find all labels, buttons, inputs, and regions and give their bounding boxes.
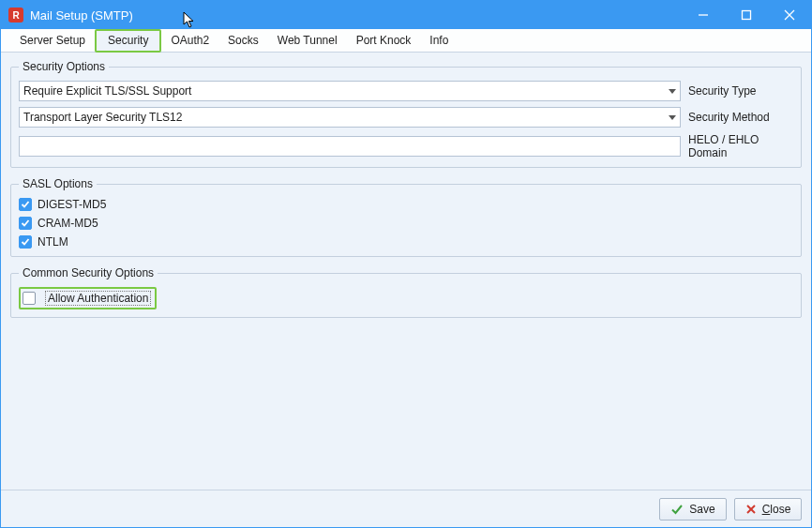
security-method-label: Security Method [681, 111, 793, 124]
checkbox-label: Allow Authentication [48, 292, 148, 305]
window-title: Mail Setup (SMTP) [30, 8, 133, 23]
svg-rect-1 [743, 11, 751, 20]
security-method-select[interactable]: Transport Layer Security TLS12 [19, 107, 681, 128]
window: R Mail Setup (SMTP) Server Setup Securit… [0, 0, 812, 528]
focus-rect: Allow Authentication [45, 291, 151, 306]
security-method-value: Transport Layer Security TLS12 [23, 111, 182, 124]
checkbox-cram-md5[interactable] [19, 217, 32, 230]
helo-domain-input[interactable] [19, 136, 681, 157]
checkbox-label: DIGEST-MD5 [38, 198, 106, 211]
checkbox-label: NTLM [38, 235, 68, 249]
checkbox-allow-authentication[interactable] [23, 292, 36, 305]
button-label: Close [762, 503, 791, 516]
check-icon [21, 219, 30, 228]
checkbox-ntlm[interactable] [19, 235, 32, 249]
check-icon [21, 237, 30, 247]
group-common-security-options: Common Security Options Allow Authentica… [10, 266, 802, 318]
minimize-button[interactable] [682, 1, 725, 29]
close-button[interactable]: Close [734, 498, 802, 520]
group-security-options: Security Options Require Explicit TLS/SS… [10, 60, 802, 168]
tab-bar: Server Setup Security OAuth2 Socks Web T… [1, 29, 811, 53]
chevron-down-icon [669, 89, 676, 94]
tab-server-setup[interactable]: Server Setup [10, 30, 95, 52]
group-legend: Common Security Options [19, 266, 158, 279]
save-button[interactable]: Save [659, 498, 727, 520]
group-legend: Security Options [19, 60, 109, 73]
tab-oauth2[interactable]: OAuth2 [161, 30, 218, 52]
close-icon [745, 504, 757, 515]
group-sasl-options: SASL Options DIGEST-MD5 CRAM-MD5 NTLM [10, 177, 802, 257]
tab-web-tunnel[interactable]: Web Tunnel [268, 30, 347, 52]
tab-socks[interactable]: Socks [218, 30, 268, 52]
chevron-down-icon [669, 115, 676, 120]
button-label: Save [689, 503, 714, 516]
check-icon [21, 200, 30, 209]
security-type-select[interactable]: Require Explicit TLS/SSL Support [19, 81, 681, 101]
tab-content: Security Options Require Explicit TLS/SS… [1, 53, 811, 490]
checkbox-digest-md5[interactable] [19, 198, 32, 211]
close-window-button[interactable] [768, 1, 811, 29]
titlebar: R Mail Setup (SMTP) [1, 1, 811, 29]
tab-security[interactable]: Security [95, 29, 161, 53]
checkbox-label: CRAM-MD5 [38, 217, 98, 230]
highlight-allow-authentication: Allow Authentication [19, 287, 157, 309]
security-type-label: Security Type [681, 84, 793, 98]
tab-info[interactable]: Info [420, 30, 458, 52]
security-type-value: Require Explicit TLS/SSL Support [23, 84, 191, 98]
check-icon [670, 503, 684, 516]
app-icon: R [8, 8, 23, 23]
maximize-button[interactable] [725, 1, 768, 29]
dialog-footer: Save Close [1, 490, 811, 527]
group-legend: SASL Options [19, 177, 97, 190]
tab-port-knock[interactable]: Port Knock [347, 30, 421, 52]
helo-domain-label: HELO / EHLO Domain [681, 133, 793, 159]
